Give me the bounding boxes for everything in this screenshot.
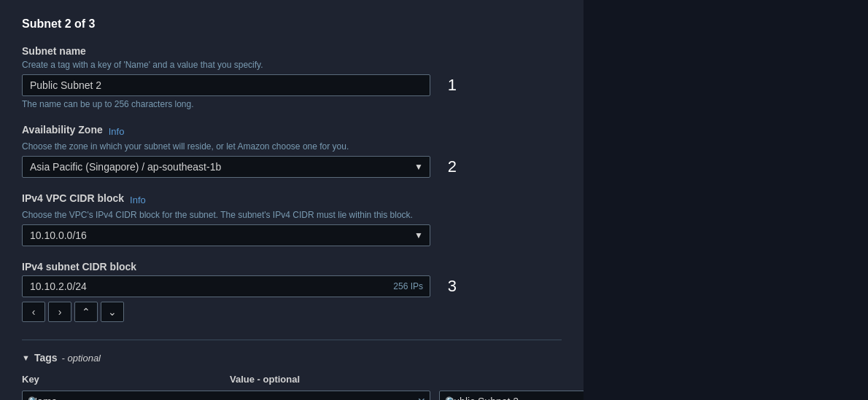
subnet-name-label: Subnet name <box>22 45 562 57</box>
subnet-cidr-group: IPv4 subnet CIDR block 256 IPs 3 ‹ › ⌃ ⌄ <box>22 261 562 322</box>
subnet-cidr-input[interactable] <box>22 275 430 297</box>
tags-header: ▼ Tags - optional <box>22 352 562 364</box>
az-hint: Choose the zone in which your subnet wil… <box>22 141 562 152</box>
vpc-cidr-select[interactable]: 10.10.0.0/16 <box>22 224 430 246</box>
vpc-cidr-hint: Choose the VPC's IPv4 CIDR block for the… <box>22 210 562 220</box>
cidr-stepper: ‹ › ⌃ ⌄ <box>22 302 343 322</box>
tag-value-search-icon: 🔍 <box>445 396 457 401</box>
step-number-3: 3 <box>448 277 457 296</box>
az-info-link[interactable]: Info <box>109 126 125 137</box>
vpc-cidr-label: IPv4 VPC CIDR block <box>22 192 124 204</box>
vpc-cidr-info-link[interactable]: Info <box>130 195 146 205</box>
tag-key-clear-btn[interactable]: ✕ <box>417 396 426 400</box>
tag-key-search-icon: 🔍 <box>28 396 39 401</box>
subnet-cidr-label: IPv4 subnet CIDR block <box>22 261 562 272</box>
tag-value-input[interactable] <box>439 391 584 400</box>
tag-key-wrapper: 🔍 ✕ <box>22 391 430 400</box>
step-number-2: 2 <box>448 157 457 176</box>
step-number-1: 1 <box>448 76 457 95</box>
tags-optional-label: - optional <box>62 353 101 364</box>
side-panel <box>584 0 868 400</box>
tags-chevron-icon: ▼ <box>22 353 30 362</box>
stepper-prev-btn[interactable]: ‹ <box>22 302 45 322</box>
az-label: Availability Zone <box>22 124 103 136</box>
section-title: Subnet 2 of 3 <box>22 17 562 31</box>
subnet-name-group: Subnet name Create a tag with a key of '… <box>22 45 562 109</box>
tags-section: ▼ Tags - optional Key Value - optional 🔍… <box>22 340 562 400</box>
stepper-up-btn[interactable]: ⌃ <box>74 302 98 322</box>
subnet-name-input[interactable] <box>22 74 430 96</box>
availability-zone-group: Availability Zone Info Choose the zone i… <box>22 124 562 178</box>
tag-value-wrapper: 🔍 ✕ <box>439 391 584 400</box>
vpc-cidr-group: IPv4 VPC CIDR block Info Choose the VPC'… <box>22 192 562 246</box>
tag-row: 🔍 ✕ 🔍 ✕ Remove <box>22 391 562 400</box>
main-panel: Subnet 2 of 3 Subnet name Create a tag w… <box>0 0 584 400</box>
col-value-header: Value - optional <box>230 374 405 385</box>
col-key-header: Key <box>22 374 215 385</box>
subnet-name-note: The name can be up to 256 characters lon… <box>22 99 562 109</box>
stepper-next-btn[interactable]: › <box>48 302 71 322</box>
subnet-name-hint: Create a tag with a key of 'Name' and a … <box>22 60 562 70</box>
tag-key-input[interactable] <box>22 391 430 400</box>
tags-col-headers: Key Value - optional <box>22 374 562 385</box>
tags-title: Tags <box>34 352 58 364</box>
az-select[interactable]: No preference Asia Pacific (Singapore) /… <box>22 156 430 178</box>
stepper-down-btn[interactable]: ⌄ <box>101 302 124 322</box>
